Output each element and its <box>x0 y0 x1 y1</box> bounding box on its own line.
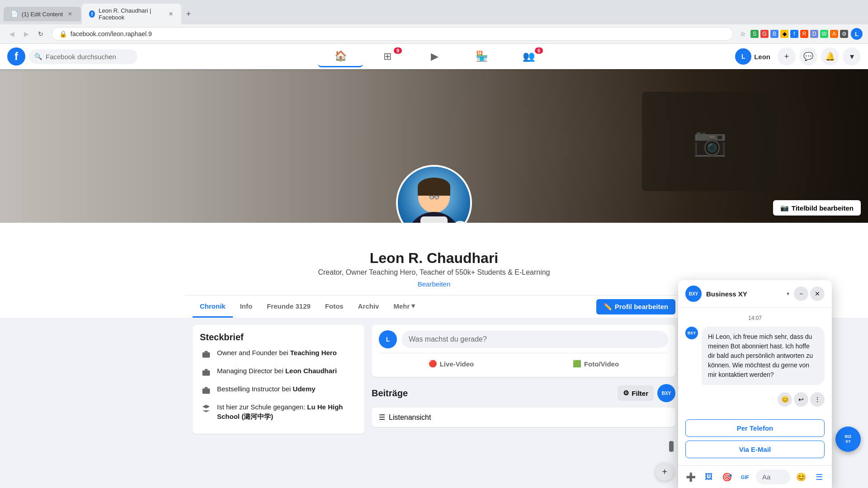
steckbrief-card: Steckbrief Owner and Founder bei Teachin… <box>193 325 364 434</box>
browser-profile-avatar[interactable]: L <box>851 28 863 40</box>
via-email-label: Via E-Mail <box>739 446 771 453</box>
header-right: L Leon + 💬 🔔 ▾ <box>731 47 861 66</box>
back-button[interactable]: ◀ <box>5 28 18 40</box>
mehr-label: Mehr <box>393 302 410 310</box>
groups-icon: ⊞ <box>383 51 392 62</box>
messenger-close-button[interactable]: ✕ <box>810 286 825 301</box>
ext-icon-10: ⚙ <box>840 30 848 38</box>
messenger-timestamp: 14:07 <box>685 315 825 321</box>
profile-actions: ✏️ Profil bearbeiten <box>596 299 675 314</box>
close-icon: ✕ <box>815 290 820 297</box>
ext-icon-6: R <box>800 30 808 38</box>
browser-nav-buttons: ◀ ▶ ↻ <box>5 28 47 40</box>
nav-marketplace[interactable]: 🏪 <box>459 46 504 67</box>
tab-2-favicon: f <box>89 10 95 18</box>
user-avatar-header[interactable]: L Leon <box>731 47 774 66</box>
messenger-gif-button[interactable]: GIF <box>738 470 752 484</box>
forward-button[interactable]: ▶ <box>20 28 33 40</box>
messenger-widget: BXY Business XY ▾ − ✕ 14:07 BXY Hi Leon,… <box>678 280 832 488</box>
emoji-react-button[interactable]: 😊 <box>778 392 792 407</box>
steckbrief-item-4: Ist hier zur Schule gegangen: Lu He High… <box>200 402 357 421</box>
business-xy-float-button[interactable]: BIZXY <box>835 427 861 452</box>
user-name: Leon <box>754 53 770 61</box>
ext-icon-2: G <box>760 30 769 38</box>
messenger-button[interactable]: 💬 <box>799 47 817 66</box>
via-email-button[interactable]: Via E-Mail <box>685 441 825 458</box>
ext-icon-9: A <box>830 30 838 38</box>
search-placeholder: Facebook durchsuchen <box>46 53 116 61</box>
tab-mehr[interactable]: Mehr ▾ <box>386 296 422 318</box>
tab-1-label: (1) Edit Content <box>22 11 63 18</box>
account-dropdown-button[interactable]: ▾ <box>843 47 861 66</box>
star-icon[interactable]: ☆ <box>738 29 748 39</box>
post-input[interactable]: Was machst du gerade? <box>401 331 668 348</box>
right-column: L Was machst du gerade? 🔴 Live-Video 🟩 F… <box>372 325 675 434</box>
add-float-button[interactable]: + <box>656 463 674 481</box>
browser-address-bar: ◀ ▶ ↻ 🔒 facebook.com/leon.raphael.9 ☆ S … <box>0 24 868 43</box>
post-box: L Was machst du gerade? 🔴 Live-Video 🟩 F… <box>372 325 675 377</box>
post-input-row: L Was machst du gerade? <box>379 330 668 348</box>
extension-icons: S G B ◆ f R D W A ⚙ <box>750 30 848 38</box>
messenger-header: BXY Business XY ▾ − ✕ <box>678 280 832 308</box>
archiv-label: Archiv <box>358 302 379 310</box>
reply-button[interactable]: ↩ <box>794 392 808 407</box>
cover-edit-button[interactable]: 📷 Titelbild bearbeiten <box>773 200 861 216</box>
messenger-drag-handle[interactable] <box>669 441 674 452</box>
tab-chronik[interactable]: Chronik <box>193 296 233 318</box>
tab-2-close[interactable]: ✕ <box>168 10 174 18</box>
nav-video[interactable]: ▶ <box>412 46 457 67</box>
messenger-emoji-button[interactable]: 😊 <box>794 470 808 484</box>
lock-icon: 🔒 <box>59 30 67 38</box>
briefcase-icon-2 <box>200 366 212 379</box>
add-button[interactable]: + <box>778 47 796 66</box>
messenger-menu-button[interactable]: ☰ <box>812 470 826 484</box>
list-view-row: ☰ Listenansicht <box>372 408 675 427</box>
tab-freunde[interactable]: Freunde 3129 <box>259 296 318 318</box>
per-telefon-label: Per Telefon <box>737 424 774 432</box>
fotos-label: Fotos <box>325 302 344 310</box>
foto-video-button[interactable]: 🟩 Foto/Video <box>524 356 668 371</box>
browser-tab-2[interactable]: f Leon R. Chaudhari | Facebook ✕ <box>82 4 181 24</box>
facebook-logo[interactable]: f <box>7 47 25 66</box>
nav-groups[interactable]: ⊞ 9 <box>365 46 410 67</box>
messenger-sticker-button[interactable]: 🎯 <box>720 470 734 484</box>
nav-home[interactable]: 🏠 <box>318 46 363 67</box>
post-avatar: L <box>379 330 397 348</box>
messenger-avatar: BXY <box>685 286 702 302</box>
messenger-image-button[interactable]: 🖼 <box>702 470 716 484</box>
live-video-label: Live-Video <box>440 360 474 368</box>
per-telefon-button[interactable]: Per Telefon <box>685 419 825 437</box>
more-actions-button[interactable]: ⋮ <box>810 392 825 407</box>
new-tab-button[interactable]: + <box>182 8 195 20</box>
reload-button[interactable]: ↻ <box>34 28 47 40</box>
live-video-button[interactable]: 🔴 Live-Video <box>379 356 524 371</box>
profile-bio: Creator, Owner Teaching Hero, Teacher of… <box>318 268 550 277</box>
profile-avatar: 👓 <box>396 165 472 223</box>
svg-rect-0 <box>203 352 210 358</box>
tab-1-close[interactable]: ✕ <box>66 10 74 18</box>
profil-bearbeiten-button[interactable]: ✏️ Profil bearbeiten <box>596 299 675 314</box>
messenger-text-field[interactable]: Aa <box>756 469 790 484</box>
steckbrief-text-4: Ist hier zur Schule gegangen: Lu He High… <box>217 402 357 421</box>
messenger-dropdown-icon[interactable]: ▾ <box>787 291 789 297</box>
nav-friends[interactable]: 👥 6 <box>506 46 551 67</box>
profile-content: Steckbrief Owner and Founder bei Teachin… <box>185 318 683 441</box>
tab-info[interactable]: Info <box>233 296 260 318</box>
notifications-button[interactable]: 🔔 <box>821 47 839 66</box>
messenger-plus-button[interactable]: ➕ <box>684 470 698 484</box>
list-view-label[interactable]: Listenansicht <box>389 413 431 422</box>
ext-icon-5: f <box>790 30 798 38</box>
address-field[interactable]: 🔒 facebook.com/leon.raphael.9 <box>52 27 733 41</box>
fb-logo-text: f <box>14 50 18 63</box>
foto-video-icon: 🟩 <box>573 360 581 368</box>
messenger-minimize-button[interactable]: − <box>794 286 808 301</box>
tab-archiv[interactable]: Archiv <box>351 296 387 318</box>
filter-button[interactable]: ⚙ Filter <box>618 385 654 401</box>
tab-fotos[interactable]: Fotos <box>318 296 351 318</box>
facebook-header: f 🔍 Facebook durchsuchen 🏠 ⊞ 9 ▶ 🏪 👥 6 L… <box>0 44 868 69</box>
video-icon: ▶ <box>431 51 439 62</box>
home-icon: 🏠 <box>335 50 347 62</box>
browser-tab-1[interactable]: 📄 (1) Edit Content ✕ <box>4 7 81 21</box>
profile-edit-link[interactable]: Bearbeiten <box>418 280 451 288</box>
facebook-search[interactable]: 🔍 Facebook durchsuchen <box>29 49 137 64</box>
